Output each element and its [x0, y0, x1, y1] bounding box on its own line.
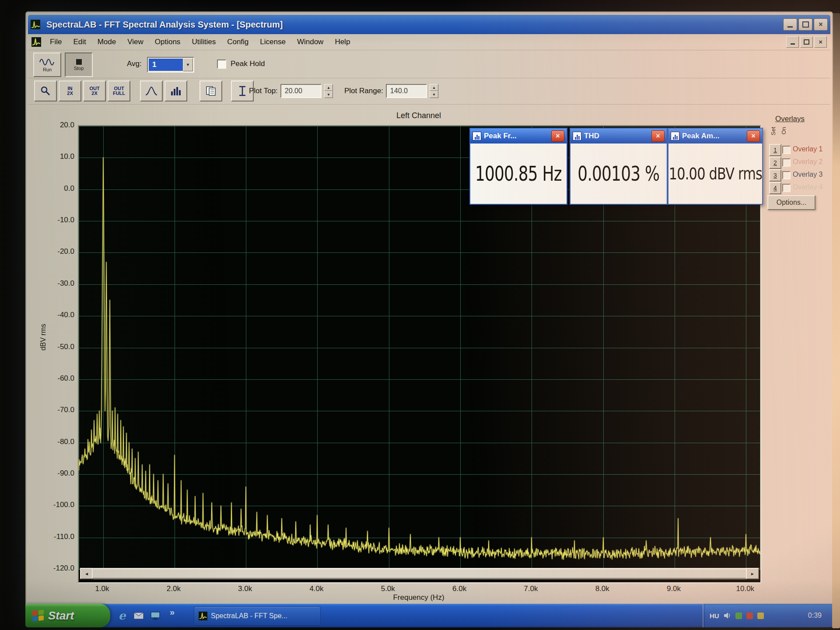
y-tick-label: -30.0	[38, 279, 74, 288]
scroll-left-button[interactable]: ◄	[80, 568, 93, 579]
meter-title-bar[interactable]: THD ×	[570, 129, 667, 144]
notes-icon	[205, 86, 217, 96]
title-bar[interactable]: SpectraLAB - FFT Spectral Analysis Syste…	[28, 15, 830, 34]
overlay-4-checkbox[interactable]	[782, 184, 791, 192]
monitor-bezel	[832, 13, 840, 628]
y-tick-label: -40.0	[38, 311, 74, 319]
scroll-right-button[interactable]: ►	[746, 568, 759, 579]
overlay-3-checkbox[interactable]	[782, 171, 791, 179]
overlay-2-checkbox[interactable]	[782, 158, 791, 167]
ie-icon[interactable]: e	[115, 608, 129, 623]
menu-config[interactable]: Config	[222, 36, 254, 48]
plot-top-input[interactable]: 20.00	[280, 84, 322, 98]
envelope-icon	[133, 612, 144, 620]
zoom-button[interactable]	[34, 80, 57, 102]
photo-background: { "window": { "title": "SpectraLAB - FFT…	[0, 0, 840, 630]
avg-dropdown[interactable]: 1 ▼	[147, 57, 194, 73]
bar-view-button[interactable]	[164, 80, 187, 102]
plot-top-group: Plot Top: 20.00 ▲ ▼	[249, 78, 333, 104]
meter-title-bar[interactable]: Peak Am... ×	[668, 129, 762, 144]
language-indicator[interactable]: HU	[710, 612, 719, 620]
x-tick-label: 5.0k	[375, 584, 401, 593]
meter-close-button[interactable]: ×	[551, 130, 564, 142]
spinner-up-icon[interactable]: ▲	[324, 84, 333, 91]
dropdown-arrow-icon[interactable]: ▼	[183, 58, 193, 71]
restore-icon	[804, 39, 809, 45]
x-tick-label: 8.0k	[589, 584, 616, 593]
task-app-icon	[199, 612, 207, 620]
mail-icon[interactable]	[132, 608, 146, 623]
spectralab-taskbar-button[interactable]: SpectraLAB - FFT Spe...	[194, 606, 321, 626]
menu-window[interactable]: Window	[292, 36, 329, 48]
menu-help[interactable]: Help	[329, 36, 355, 48]
overlay-3-set-button[interactable]: 3	[769, 169, 781, 182]
stop-button[interactable]: Stop	[65, 52, 93, 77]
zoom-out-full-label-bottom: FULL	[113, 91, 125, 96]
overlay-4-set-button[interactable]: 4	[769, 182, 781, 194]
plot-scrollbar[interactable]: ◄ ►	[80, 568, 759, 579]
windows-flag-icon	[32, 609, 45, 622]
tray-red-icon[interactable]	[746, 612, 753, 619]
minimize-icon	[791, 43, 795, 45]
y-tick-label: -120.0	[38, 564, 74, 573]
y-tick-label: -20.0	[38, 247, 74, 256]
start-button[interactable]: Start	[25, 604, 110, 627]
menu-view[interactable]: View	[122, 36, 149, 48]
zoom-out-2x-button[interactable]: OUT 2X	[83, 80, 106, 102]
spectrum-view-button[interactable]	[140, 80, 163, 102]
x-axis-title: Frequency (Hz)	[78, 593, 760, 602]
zoom-out-full-button[interactable]: OUT FULL	[108, 80, 130, 102]
quicklaunch-overflow-chevron[interactable]: »	[170, 607, 175, 617]
peak-amplitude-meter[interactable]: Peak Am... × 10.00 dBV rms	[668, 128, 763, 205]
minimize-icon	[788, 26, 793, 28]
maximize-button[interactable]	[798, 18, 812, 31]
zoom-in-2x-button[interactable]: IN 2X	[59, 80, 81, 102]
mdi-close-button[interactable]: ×	[814, 36, 827, 48]
menu-license[interactable]: License	[255, 36, 291, 48]
y-tick-label: 0.0	[38, 184, 74, 193]
y-tick-label: 20.0	[38, 121, 74, 130]
close-button[interactable]: ×	[814, 18, 828, 31]
minimize-button[interactable]	[783, 18, 797, 31]
y-tick-label: -50.0	[38, 343, 74, 351]
run-button[interactable]: Run	[33, 52, 61, 77]
plot-range-input[interactable]: 140.0	[386, 84, 427, 98]
y-tick-label: -100.0	[38, 500, 74, 509]
volume-icon[interactable]	[724, 612, 731, 619]
peak-frequency-meter[interactable]: Peak Fr... × 1000.85 Hz	[469, 128, 567, 205]
meter-close-button[interactable]: ×	[747, 130, 760, 142]
overlay-2-set-button[interactable]: 2	[769, 157, 781, 169]
overlays-options-button[interactable]: Options...	[767, 195, 816, 210]
menu-options[interactable]: Options	[150, 36, 186, 48]
menu-edit[interactable]: Edit	[68, 36, 91, 48]
peak-hold-checkbox[interactable]	[217, 60, 226, 69]
meter-title-bar[interactable]: Peak Fr... ×	[470, 129, 567, 144]
spinner-down-icon[interactable]: ▼	[324, 91, 333, 98]
plot-range-group: Plot Range: 140.0 ▲ ▼	[344, 78, 438, 104]
taskbar-clock[interactable]: 0:39	[808, 612, 822, 620]
show-desktop-icon[interactable]	[148, 608, 162, 623]
spinner-up-icon[interactable]: ▲	[430, 84, 438, 91]
ruler-icon	[237, 85, 248, 97]
app-icon	[31, 20, 40, 29]
menu-file[interactable]: File	[45, 36, 67, 48]
mdi-restore-button[interactable]	[800, 36, 813, 48]
overlay-1-set-button[interactable]: 1	[769, 144, 781, 156]
zoom-out-2x-label-bottom: 2X	[91, 91, 97, 96]
log-view-button[interactable]	[200, 80, 222, 102]
mdi-window-controls: ×	[786, 36, 827, 48]
meter-close-button[interactable]: ×	[651, 130, 665, 142]
menu-utilities[interactable]: Utilities	[186, 36, 221, 48]
mdi-minimize-button[interactable]	[786, 36, 799, 48]
tray-warning-icon[interactable]	[757, 612, 764, 619]
thd-meter[interactable]: THD × 0.00103 %	[570, 128, 668, 205]
spinner-down-icon[interactable]: ▼	[430, 91, 438, 98]
menu-mode[interactable]: Mode	[92, 36, 122, 48]
x-tick-label: 7.0k	[518, 584, 544, 593]
overlay-1-checkbox[interactable]	[782, 146, 791, 154]
scrollbar-thumb[interactable]	[92, 568, 747, 579]
tray-green-icon[interactable]	[735, 612, 742, 619]
peak-amplitude-value: 10.00 dBV rms	[668, 164, 762, 183]
overlay-3-label: Overlay 3	[793, 171, 822, 178]
plot-top-label: Plot Top:	[249, 87, 278, 95]
